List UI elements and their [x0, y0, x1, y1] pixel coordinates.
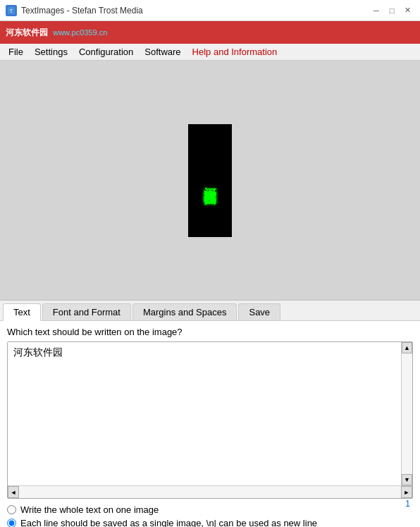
minimize-button[interactable]: ─	[369, 4, 383, 17]
textarea-container: 河东软件园 ▲ ▼ ◄ ►	[7, 341, 413, 499]
scroll-track-vertical[interactable]	[402, 353, 412, 474]
maximize-button[interactable]: □	[385, 4, 399, 17]
close-button[interactable]: ✕	[400, 4, 414, 17]
radio-each-line[interactable]: Each line should be saved as a single im…	[7, 518, 413, 527]
watermark-background: 河东软件园 www.pc0359.cn	[0, 21, 420, 44]
panel-question: Which text should be written on the imag…	[7, 327, 413, 337]
menu-file[interactable]: File	[3, 45, 29, 59]
scroll-left-button[interactable]: ◄	[8, 486, 19, 498]
app-icon: T	[6, 5, 17, 16]
svg-text:T: T	[10, 8, 13, 13]
title-bar: T TextImages - Stefan Trost Media ─ □ ✕	[0, 0, 420, 21]
scroll-right-button[interactable]: ►	[401, 486, 412, 498]
title-bar-left: T TextImages - Stefan Trost Media	[6, 5, 143, 16]
radio-whole-input[interactable]	[7, 505, 16, 514]
tabs-container: Text Font and Format Margins and Spaces …	[0, 301, 420, 321]
horizontal-scrollbar[interactable]: ◄ ►	[8, 485, 412, 498]
preview-area: 河东软件园	[0, 61, 420, 301]
watermark-line2: www.pc0359.cn	[53, 28, 107, 37]
preview-text: 河东软件园	[202, 177, 218, 184]
vertical-scrollbar[interactable]: ▲ ▼	[401, 342, 412, 485]
menu-configuration[interactable]: Configuration	[73, 45, 139, 59]
watermark-line1: 河东软件园	[6, 27, 48, 39]
radio-line-input[interactable]	[7, 519, 16, 527]
tab-font-format[interactable]: Font and Format	[42, 303, 131, 320]
counter-badge: 1	[405, 499, 410, 509]
text-panel: Which text should be written on the imag…	[0, 321, 420, 527]
menu-settings[interactable]: Settings	[29, 45, 73, 59]
text-input[interactable]: 河东软件园	[8, 342, 401, 483]
window-controls: ─ □ ✕	[369, 4, 414, 17]
tab-save[interactable]: Save	[238, 303, 280, 320]
scroll-up-button[interactable]: ▲	[402, 342, 412, 353]
preview-image-box: 河东软件园	[188, 124, 232, 237]
radio-line-label: Each line should be saved as a single im…	[20, 518, 317, 527]
tab-text[interactable]: Text	[3, 303, 41, 321]
menu-bar: File Settings Configuration Software Hel…	[0, 44, 420, 61]
radio-whole-label: Write the whole text on one image	[20, 504, 159, 515]
tab-margins-spaces[interactable]: Margins and Spaces	[132, 303, 237, 320]
menu-help[interactable]: Help and Information	[187, 45, 283, 59]
scroll-track-horizontal[interactable]	[19, 486, 401, 498]
watermark-overlay: 河东软件园 www.pc0359.cn	[0, 21, 420, 44]
menu-software[interactable]: Software	[139, 45, 186, 59]
radio-whole-text[interactable]: Write the whole text on one image	[7, 504, 413, 515]
radio-group: Write the whole text on one image Each l…	[7, 504, 413, 527]
scroll-down-button[interactable]: ▼	[402, 474, 412, 485]
window-title: TextImages - Stefan Trost Media	[21, 6, 143, 16]
